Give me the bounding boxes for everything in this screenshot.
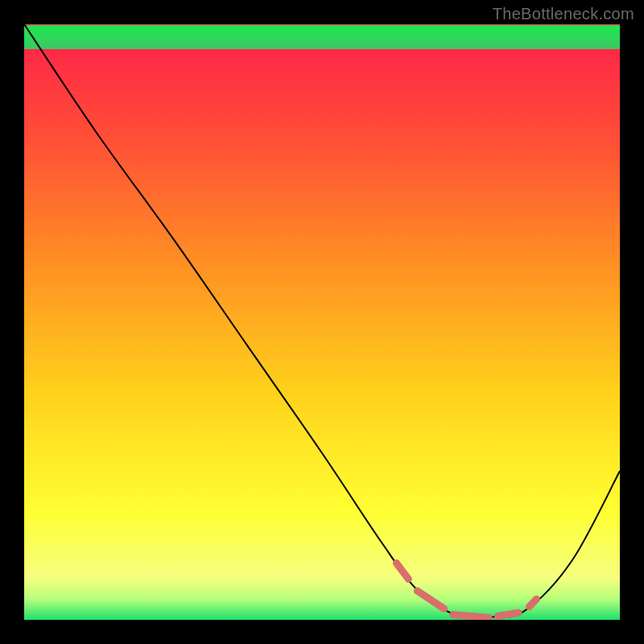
plot-area: [24, 24, 620, 620]
plot-svg: [24, 24, 620, 620]
green-band: [24, 27, 620, 48]
optimal-marker: [453, 615, 489, 618]
gradient-background: [24, 24, 620, 620]
chart-frame: TheBottleneck.com: [0, 0, 644, 644]
optimal-marker: [497, 613, 518, 616]
watermark-text: TheBottleneck.com: [493, 5, 634, 23]
